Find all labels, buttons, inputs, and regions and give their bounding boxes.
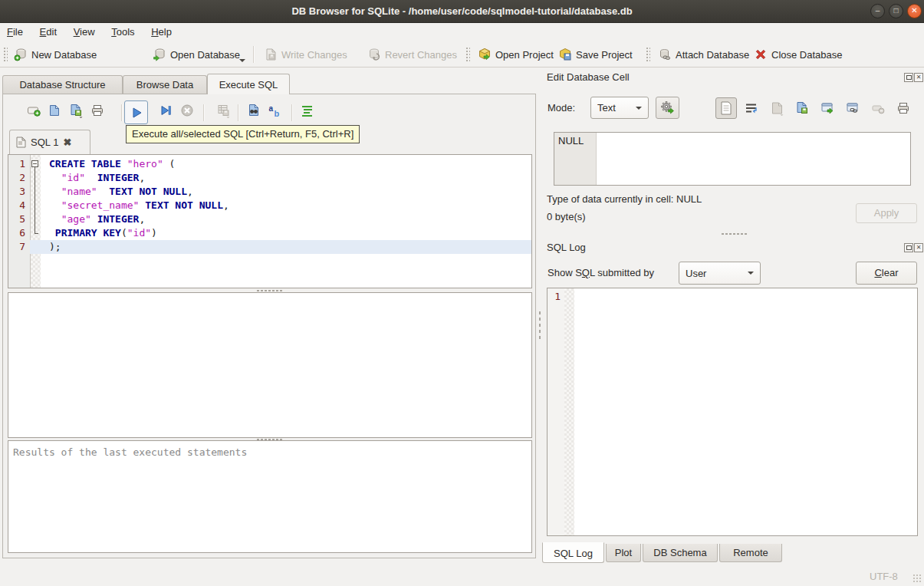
mode-select[interactable]: Text: [590, 97, 649, 119]
menu-view[interactable]: View: [67, 24, 102, 40]
open-external-icon: [820, 101, 835, 116]
word-wrap-icon: [745, 101, 758, 115]
find-replace-button[interactable]: ab: [265, 100, 284, 120]
close-database-button[interactable]: Close Database: [749, 44, 847, 65]
menu-help[interactable]: Help: [144, 24, 179, 40]
menu-tools[interactable]: Tools: [104, 24, 141, 40]
sql-log-close-icon[interactable]: ✕: [914, 243, 923, 252]
revert-changes-button[interactable]: Revert Changes: [363, 44, 462, 65]
save-project-button[interactable]: Save Project: [554, 44, 637, 65]
print-icon: [90, 104, 104, 117]
main-vertical-splitter[interactable]: [538, 310, 541, 342]
resize-grip[interactable]: [912, 574, 922, 583]
cell-size-info: 0 byte(s): [547, 211, 586, 222]
maximize-button[interactable]: □: [889, 4, 903, 18]
sql-log-gutter: 1: [547, 288, 564, 535]
text-mode-icon: [720, 101, 732, 115]
sql-toolbar-separator: [238, 104, 239, 121]
results-grid-pane[interactable]: [8, 292, 532, 438]
revert-changes-icon: [367, 48, 381, 61]
sql-log-filter-select[interactable]: User: [679, 262, 761, 285]
open-project-button[interactable]: Open Project: [473, 44, 558, 65]
window-title: DB Browser for SQLite - /home/user/code/…: [0, 5, 924, 17]
open-sql-file-button[interactable]: [44, 100, 64, 120]
sql-document-tab[interactable]: SQL 1 ✖: [9, 130, 90, 154]
word-wrap-button[interactable]: [741, 97, 762, 119]
menu-edit[interactable]: Edit: [33, 24, 64, 40]
import-cell-data-button[interactable]: [766, 97, 788, 119]
dock-tab-remote[interactable]: Remote: [719, 544, 782, 562]
code-line: 7);: [8, 240, 531, 254]
save-results-icon: [216, 104, 231, 118]
print-icon: [896, 101, 910, 115]
menu-file[interactable]: File: [0, 24, 30, 40]
import-settings-button[interactable]: [656, 97, 679, 119]
cell-value: NULL: [554, 133, 596, 146]
apply-button[interactable]: Apply: [856, 203, 917, 223]
auto-format-icon: [301, 104, 314, 117]
open-database-icon: [153, 48, 166, 61]
new-database-button[interactable]: New Database: [9, 44, 101, 65]
toolbar-drag-handle[interactable]: [646, 47, 650, 62]
sql-file-icon: [16, 137, 26, 148]
dock-horizontal-splitter[interactable]: [721, 232, 747, 235]
write-changes-button[interactable]: Write Changes: [259, 44, 352, 65]
toolbar-drag-handle[interactable]: [3, 47, 8, 62]
sql-toolbar-separator: [121, 104, 123, 121]
link-icon: [846, 101, 860, 116]
open-in-external-app-button[interactable]: [817, 97, 838, 119]
sql-log-view[interactable]: 1: [547, 288, 918, 536]
execute-all-button[interactable]: [124, 100, 148, 124]
set-null-button[interactable]: [867, 97, 889, 119]
code-line: 3 "name" TEXT NOT NULL,: [8, 185, 531, 199]
dock-tab-plot[interactable]: Plot: [606, 544, 641, 562]
log-line-number: 1: [547, 288, 564, 302]
copy-link-button[interactable]: [842, 97, 863, 119]
edit-cell-float-icon[interactable]: [904, 73, 913, 82]
export-cell-data-button[interactable]: [791, 97, 813, 119]
edit-cell-close-icon[interactable]: ✕: [914, 73, 923, 82]
execute-current-line-button[interactable]: [156, 100, 176, 120]
print-sql-button[interactable]: [87, 100, 107, 120]
clear-log-button[interactable]: Clear: [856, 262, 917, 285]
code-line: 4 "secret_name" TEXT NOT NULL,: [8, 199, 531, 212]
sql-editor-lines: 1CREATE TABLE "hero" (2 "id" INTEGER,3 "…: [8, 157, 531, 254]
tab-browse-data[interactable]: Browse Data: [123, 75, 207, 94]
encoding-status: UTF-8: [870, 571, 898, 582]
save-sql-file-button[interactable]: [66, 100, 86, 120]
close-sql-tab-icon[interactable]: ✖: [63, 137, 71, 148]
cell-null-column: NULL: [554, 133, 597, 185]
sql-editor[interactable]: 1CREATE TABLE "hero" (2 "id" INTEGER,3 "…: [8, 154, 532, 288]
close-button[interactable]: ✕: [907, 4, 922, 18]
attach-database-icon: [658, 48, 672, 61]
print-cell-button[interactable]: [893, 97, 914, 119]
text-mode-button[interactable]: [715, 97, 737, 119]
dock-tab-sql-log[interactable]: SQL Log: [542, 542, 604, 563]
save-results-button[interactable]: [213, 100, 233, 120]
svg-text:a: a: [268, 104, 273, 113]
sql-log-float-icon[interactable]: [904, 243, 913, 252]
open-database-button[interactable]: Open Database: [148, 44, 245, 65]
sql-toolbar-separator: [203, 104, 205, 121]
find-button[interactable]: [244, 100, 264, 120]
minimize-button[interactable]: –: [870, 4, 885, 18]
chevron-down-icon: [636, 107, 642, 110]
new-database-icon: [14, 48, 28, 61]
set-null-icon: [871, 101, 886, 116]
cell-value-editor[interactable]: NULL: [554, 132, 911, 186]
tab-database-structure[interactable]: Database Structure: [2, 75, 123, 94]
sql-log-fold-margin: [564, 288, 574, 535]
dock-tab-db-schema[interactable]: DB Schema: [643, 544, 718, 562]
auto-format-button[interactable]: [298, 100, 317, 120]
new-sql-tab-button[interactable]: [24, 100, 44, 120]
open-database-menu-caret[interactable]: [239, 59, 245, 62]
attach-database-button[interactable]: Attach Database: [653, 44, 754, 65]
code-line: 5 "age" INTEGER,: [8, 212, 531, 226]
find-replace-icon: ab: [268, 104, 282, 118]
results-message-pane[interactable]: Results of the last executed statements: [8, 440, 532, 553]
tab-execute-sql[interactable]: Execute SQL: [207, 74, 290, 94]
save-project-icon: [558, 48, 572, 61]
stop-execution-button[interactable]: [177, 100, 197, 120]
write-changes-icon: [264, 48, 278, 61]
toolbar-drag-handle[interactable]: [465, 47, 470, 62]
